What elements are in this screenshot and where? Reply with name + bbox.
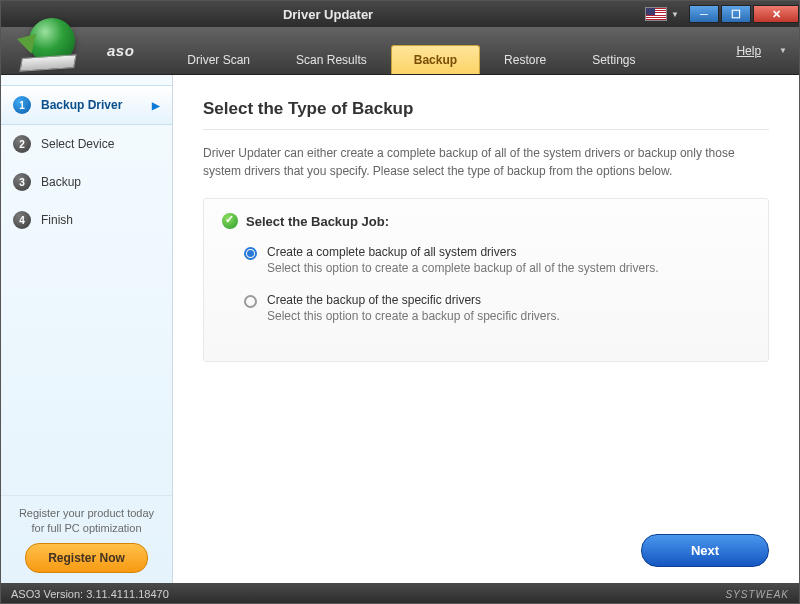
step-number-badge: 2 — [13, 135, 31, 153]
step-number-badge: 3 — [13, 173, 31, 191]
globe-icon — [29, 18, 75, 64]
tab-driver-scan[interactable]: Driver Scan — [165, 46, 272, 74]
wizard-steps: 1 Backup Driver ▶ 2 Select Device 3 Back… — [1, 75, 172, 495]
option-title: Create a complete backup of all system d… — [267, 245, 659, 259]
toolbar: aso Driver Scan Scan Results Backup Rest… — [1, 27, 799, 75]
titlebar: Driver Updater ▼ ─ ☐ ✕ — [1, 1, 799, 27]
step-label: Backup — [41, 175, 81, 189]
watermark: SYSTWEAK — [725, 589, 789, 600]
tab-restore[interactable]: Restore — [482, 46, 568, 74]
step-number-badge: 1 — [13, 96, 31, 114]
tab-backup[interactable]: Backup — [391, 45, 480, 74]
option-title: Create the backup of the specific driver… — [267, 293, 560, 307]
app-logo — [7, 5, 97, 77]
step-label: Select Device — [41, 137, 114, 151]
backup-job-box: Select the Backup Job: Create a complete… — [203, 198, 769, 362]
brand-name: aso — [107, 42, 134, 59]
status-bar: ASO3 Version: 3.11.4111.18470 SYSTWEAK — [1, 583, 799, 604]
window-title: Driver Updater — [11, 7, 645, 22]
job-header-label: Select the Backup Job: — [246, 214, 389, 229]
tab-scan-results[interactable]: Scan Results — [274, 46, 389, 74]
register-message: Register your product today for full PC … — [11, 506, 162, 535]
version-label: ASO3 Version: 3.11.4111.18470 — [11, 588, 169, 600]
window-controls: ─ ☐ ✕ — [687, 5, 799, 23]
main-footer: Next — [203, 522, 769, 567]
active-arrow-icon: ▶ — [152, 100, 160, 111]
content-area: 1 Backup Driver ▶ 2 Select Device 3 Back… — [1, 75, 799, 583]
minimize-button[interactable]: ─ — [689, 5, 719, 23]
main-tabs: Driver Scan Scan Results Backup Restore … — [164, 27, 658, 74]
next-button[interactable]: Next — [641, 534, 769, 567]
job-header: Select the Backup Job: — [222, 213, 750, 229]
help-dropdown-icon[interactable]: ▼ — [779, 46, 787, 55]
help-link[interactable]: Help — [736, 44, 761, 58]
sidebar: 1 Backup Driver ▶ 2 Select Device 3 Back… — [1, 75, 173, 583]
main-panel: Select the Type of Backup Driver Updater… — [173, 75, 799, 583]
tab-settings[interactable]: Settings — [570, 46, 657, 74]
step-backup-driver[interactable]: 1 Backup Driver ▶ — [1, 85, 172, 125]
tray-icon — [19, 54, 76, 72]
download-arrow-icon — [17, 34, 41, 57]
radio-selected-icon[interactable] — [244, 247, 257, 260]
radio-unselected-icon[interactable] — [244, 295, 257, 308]
maximize-button[interactable]: ☐ — [721, 5, 751, 23]
step-select-device[interactable]: 2 Select Device — [1, 125, 172, 163]
check-icon — [222, 213, 238, 229]
option-description: Select this option to create a backup of… — [267, 309, 560, 323]
option-specific-backup[interactable]: Create the backup of the specific driver… — [244, 293, 750, 323]
register-now-button[interactable]: Register Now — [25, 543, 148, 573]
language-flag-icon[interactable] — [645, 7, 667, 21]
option-complete-backup[interactable]: Create a complete backup of all system d… — [244, 245, 750, 275]
step-number-badge: 4 — [13, 211, 31, 229]
close-button[interactable]: ✕ — [753, 5, 799, 23]
language-dropdown-icon[interactable]: ▼ — [671, 10, 679, 19]
step-label: Finish — [41, 213, 73, 227]
step-label: Backup Driver — [41, 98, 122, 112]
page-description: Driver Updater can either create a compl… — [203, 144, 769, 180]
step-backup[interactable]: 3 Backup — [1, 163, 172, 201]
page-title: Select the Type of Backup — [203, 99, 769, 130]
step-finish[interactable]: 4 Finish — [1, 201, 172, 239]
sidebar-footer: Register your product today for full PC … — [1, 495, 172, 583]
option-description: Select this option to create a complete … — [267, 261, 659, 275]
